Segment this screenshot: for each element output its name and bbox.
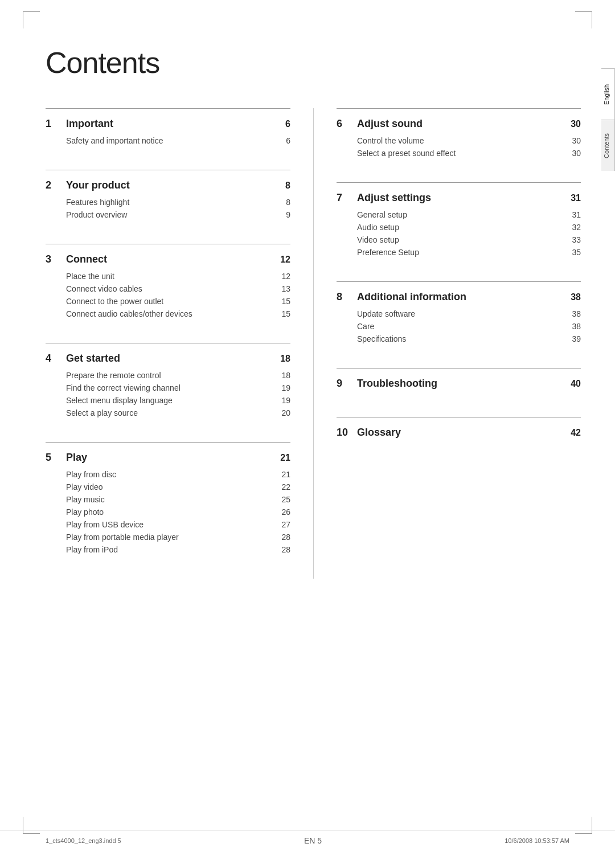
section-header-8: 8Additional information38 xyxy=(337,291,581,303)
section-header-10: 10Glossary42 xyxy=(337,427,581,439)
subsection-label: Care xyxy=(357,322,374,331)
subsection-update-software: Update software38 xyxy=(337,308,581,320)
side-tabs-container: English Contents xyxy=(601,68,615,811)
section-title-9: Troubleshooting xyxy=(357,378,437,390)
subsection-page: 30 xyxy=(572,136,581,145)
section-header-9: 9Troubleshooting40 xyxy=(337,378,581,390)
section-page-3: 12 xyxy=(280,255,290,265)
subsection-label: Update software xyxy=(357,309,415,318)
section-3: 3Connect12Place the unit12Connect video … xyxy=(46,244,290,337)
section-7: 7Adjust settings31General setup31Audio s… xyxy=(337,182,581,276)
subsection-label: Preference Setup xyxy=(357,248,419,257)
subsection-page: 27 xyxy=(281,520,290,529)
subsection-label: Control the volume xyxy=(357,136,424,145)
subsection-label: Select a preset sound effect xyxy=(357,149,456,158)
section-page-2: 8 xyxy=(285,181,290,191)
subsection-page: 32 xyxy=(572,223,581,232)
subsection-find-the-correct-viewing-chann: Find the correct viewing channel19 xyxy=(46,382,290,394)
subsection-play-from-usb-device: Play from USB device27 xyxy=(46,518,290,531)
section-title-4: Get started xyxy=(66,353,120,365)
subsection-safety-and-important-notice: Safety and important notice6 xyxy=(46,134,290,147)
subsection-select-menu-display-language: Select menu display language19 xyxy=(46,394,290,407)
subsection-page: 13 xyxy=(281,284,290,293)
section-header-3: 3Connect12 xyxy=(46,253,290,265)
subsection-play-video: Play video22 xyxy=(46,481,290,493)
subsection-general-setup: General setup31 xyxy=(337,208,581,221)
footer-filename: 1_cts4000_12_eng3.indd 5 xyxy=(46,837,121,844)
subsection-label: Audio setup xyxy=(357,223,399,232)
subsection-label: Connect audio cables/other devices xyxy=(66,309,192,318)
section-10: 10Glossary42 xyxy=(337,417,581,460)
subsection-page: 31 xyxy=(572,210,581,219)
section-title-5: Play xyxy=(66,452,87,464)
section-divider-2 xyxy=(46,170,290,170)
section-number-9: 9 xyxy=(337,378,348,390)
subsection-play-from-portable-media-playe: Play from portable media player28 xyxy=(46,531,290,543)
subsection-page: 19 xyxy=(281,383,290,392)
section-page-7: 31 xyxy=(571,193,581,203)
subsection-label: Play photo xyxy=(66,507,104,517)
subsection-select-a-play-source: Select a play source20 xyxy=(46,407,290,419)
section-header-1: 1Important6 xyxy=(46,118,290,130)
subsection-label: Play from iPod xyxy=(66,545,118,554)
subsection-label: Select menu display language xyxy=(66,396,173,405)
subsection-page: 18 xyxy=(281,371,290,380)
section-divider-9 xyxy=(337,368,581,369)
subsection-play-music: Play music25 xyxy=(46,493,290,506)
subsection-label: General setup xyxy=(357,210,407,219)
subsection-page: 15 xyxy=(281,309,290,318)
section-divider-5 xyxy=(46,442,290,443)
section-number-6: 6 xyxy=(337,118,348,130)
subsection-label: Play from USB device xyxy=(66,520,144,529)
subsection-label: Specifications xyxy=(357,334,406,343)
subsection-care: Care38 xyxy=(337,320,581,333)
subsection-preference-setup: Preference Setup35 xyxy=(337,246,581,259)
subsection-page: 22 xyxy=(281,482,290,492)
subsection-label: Play music xyxy=(66,495,105,504)
subsection-page: 8 xyxy=(286,198,290,207)
corner-mark-top-left xyxy=(23,11,40,28)
left-column: 1Important6Safety and important notice62… xyxy=(46,108,313,579)
subsection-page: 12 xyxy=(281,272,290,281)
section-title-10: Glossary xyxy=(357,427,401,439)
section-page-1: 6 xyxy=(285,119,290,129)
subsection-page: 38 xyxy=(572,309,581,318)
section-number-4: 4 xyxy=(46,353,57,365)
section-9: 9Troubleshooting40 xyxy=(337,368,581,411)
section-5: 5Play21Play from disc21Play video22Play … xyxy=(46,442,290,573)
section-title-2: Your product xyxy=(66,179,130,191)
section-page-4: 18 xyxy=(280,354,290,364)
subsection-page: 26 xyxy=(281,507,290,517)
subsection-page: 6 xyxy=(286,136,290,145)
subsection-page: 28 xyxy=(281,533,290,542)
section-divider-4 xyxy=(46,343,290,343)
subsection-label: Connect video cables xyxy=(66,284,142,293)
subsection-connect-audio-cables/other-dev: Connect audio cables/other devices15 xyxy=(46,308,290,320)
subsection-label: Video setup xyxy=(357,235,399,244)
footer-timestamp: 10/6/2008 10:53:57 AM xyxy=(505,837,569,844)
section-number-8: 8 xyxy=(337,291,348,303)
subsection-play-from-ipod: Play from iPod28 xyxy=(46,543,290,556)
section-8: 8Additional information38Update software… xyxy=(337,281,581,362)
subsection-label: Play from portable media player xyxy=(66,533,179,542)
subsection-page: 30 xyxy=(572,149,581,158)
section-page-8: 38 xyxy=(571,292,581,302)
subsection-page: 21 xyxy=(281,470,290,479)
subsection-place-the-unit: Place the unit12 xyxy=(46,270,290,282)
section-title-6: Adjust sound xyxy=(357,118,423,130)
section-number-1: 1 xyxy=(46,118,57,130)
tab-contents[interactable]: Contents xyxy=(601,120,615,171)
section-header-2: 2Your product8 xyxy=(46,179,290,191)
subsection-product-overview: Product overview9 xyxy=(46,208,290,221)
subsection-page: 20 xyxy=(281,408,290,417)
subsection-page: 28 xyxy=(281,545,290,554)
section-number-10: 10 xyxy=(337,427,348,439)
tab-english[interactable]: English xyxy=(601,68,615,120)
section-divider-6 xyxy=(337,108,581,109)
subsection-play-photo: Play photo26 xyxy=(46,506,290,518)
subsection-select-a-preset-sound-effect: Select a preset sound effect30 xyxy=(337,147,581,159)
subsection-page: 33 xyxy=(572,235,581,244)
subsection-label: Safety and important notice xyxy=(66,136,163,145)
subsection-features-highlight: Features highlight8 xyxy=(46,196,290,208)
section-divider-8 xyxy=(337,281,581,282)
